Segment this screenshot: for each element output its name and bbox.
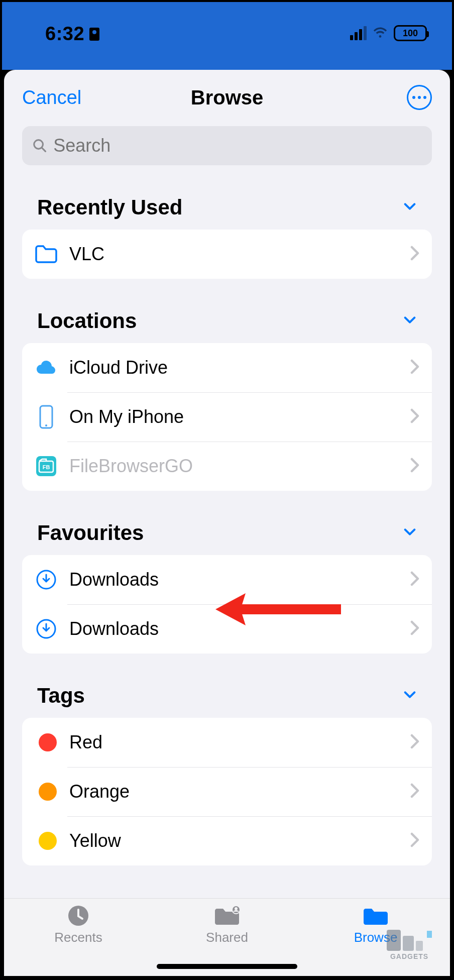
- item-label: FileBrowserGO: [69, 456, 410, 477]
- list-item-tag-yellow[interactable]: Yellow: [22, 816, 432, 865]
- svg-text:GADGETS: GADGETS: [390, 952, 428, 960]
- section-title: Locations: [37, 309, 137, 333]
- more-button[interactable]: [407, 85, 432, 110]
- chevron-down-icon: [403, 313, 417, 329]
- chevron-right-icon: [410, 246, 420, 263]
- item-label: Red: [69, 732, 410, 753]
- clock-icon: [64, 905, 92, 927]
- section-title: Recently Used: [37, 195, 182, 220]
- cancel-button[interactable]: Cancel: [22, 87, 81, 108]
- battery-text: 100: [403, 28, 418, 39]
- time-text: 6:32: [45, 23, 84, 45]
- svg-rect-13: [403, 936, 414, 951]
- svg-rect-14: [416, 941, 423, 951]
- item-label: iCloud Drive: [69, 357, 410, 378]
- svg-text:FB: FB: [43, 464, 50, 470]
- iphone-icon: [34, 405, 58, 429]
- section-header-tags[interactable]: Tags: [22, 684, 432, 708]
- status-right: 100: [350, 25, 427, 41]
- tab-recents[interactable]: Recents: [5, 905, 152, 976]
- download-icon: [34, 617, 58, 641]
- tag-dot-icon: [34, 829, 58, 853]
- locations-card: iCloud Drive On My iPhone FB FileBrowser…: [22, 343, 432, 491]
- svg-point-11: [235, 907, 238, 910]
- chevron-right-icon: [410, 783, 420, 800]
- chevron-right-icon: [410, 832, 420, 849]
- item-label: Downloads: [69, 569, 410, 590]
- list-item-icloud[interactable]: iCloud Drive: [22, 343, 432, 392]
- search-icon: [32, 138, 47, 154]
- chevron-down-icon: [403, 688, 417, 704]
- chevron-right-icon: [410, 620, 420, 637]
- list-item-downloads-2[interactable]: Downloads: [22, 604, 432, 654]
- item-label: VLC: [69, 244, 410, 265]
- section-title: Tags: [37, 684, 85, 708]
- chevron-right-icon: [410, 571, 420, 588]
- chevron-right-icon: [410, 408, 420, 425]
- section-header-favourites[interactable]: Favourites: [22, 521, 432, 545]
- chevron-down-icon: [403, 199, 417, 215]
- search-field[interactable]: [22, 126, 432, 165]
- folder-icon: [362, 905, 390, 927]
- section-header-recent[interactable]: Recently Used: [22, 195, 432, 220]
- folder-icon: [34, 242, 58, 266]
- cloud-icon: [34, 356, 58, 380]
- item-label: Yellow: [69, 830, 410, 851]
- status-time: 6:32: [45, 23, 99, 45]
- sim-icon: [89, 28, 99, 41]
- tag-dot-icon: [34, 780, 58, 804]
- svg-point-3: [45, 424, 47, 426]
- item-label: On My iPhone: [69, 406, 410, 427]
- list-item-tag-orange[interactable]: Orange: [22, 767, 432, 816]
- tag-dot-icon: [34, 730, 58, 754]
- status-bar: 6:32 100: [2, 2, 452, 70]
- tab-label: Shared: [206, 930, 248, 945]
- item-label: Downloads: [69, 618, 410, 639]
- filebrowsergo-icon: FB: [34, 454, 58, 478]
- svg-line-1: [42, 148, 46, 151]
- chevron-right-icon: [410, 458, 420, 475]
- tags-card: Red Orange Yellow: [22, 718, 432, 865]
- list-item-tag-red[interactable]: Red: [22, 718, 432, 767]
- battery-icon: 100: [394, 25, 427, 41]
- chevron-right-icon: [410, 359, 420, 376]
- recent-card: VLC: [22, 230, 432, 279]
- list-item-iphone[interactable]: On My iPhone: [22, 392, 432, 442]
- search-input[interactable]: [53, 135, 422, 156]
- wifi-icon: [373, 26, 388, 40]
- item-label: Orange: [69, 781, 410, 802]
- list-item-downloads-1[interactable]: Downloads: [22, 555, 432, 604]
- section-title: Favourites: [37, 521, 144, 545]
- nav-bar: Cancel Browse: [4, 70, 450, 121]
- svg-rect-15: [427, 931, 432, 938]
- shared-folder-icon: [213, 905, 241, 927]
- cellular-icon: [350, 26, 367, 40]
- home-indicator[interactable]: [157, 964, 297, 969]
- favourites-card: Downloads Downloads: [22, 555, 432, 654]
- list-item-vlc[interactable]: VLC: [22, 230, 432, 279]
- watermark: GADGETS: [377, 926, 442, 961]
- tab-label: Recents: [54, 930, 102, 945]
- list-item-filebrowsergo[interactable]: FB FileBrowserGO: [22, 442, 432, 491]
- chevron-down-icon: [403, 525, 417, 541]
- ellipsis-icon: [412, 96, 426, 99]
- download-icon: [34, 568, 58, 592]
- svg-rect-12: [387, 930, 401, 951]
- section-header-locations[interactable]: Locations: [22, 309, 432, 333]
- chevron-right-icon: [410, 734, 420, 751]
- browse-sheet: Cancel Browse Recently Used: [4, 70, 450, 976]
